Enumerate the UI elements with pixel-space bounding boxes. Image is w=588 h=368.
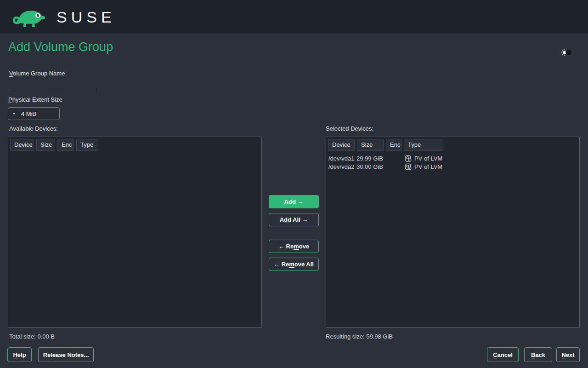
column-header-device[interactable]: Device: [328, 139, 355, 151]
chevron-down-icon: ▾: [13, 111, 15, 116]
topbar: SUSE: [0, 0, 588, 34]
column-header-enc[interactable]: Enc: [57, 139, 74, 151]
cell-size: 30.00 GiB: [356, 163, 384, 170]
total-size-text: Total size: 0.00 B: [9, 333, 55, 340]
cancel-button[interactable]: Cancel: [487, 347, 519, 362]
column-header-size[interactable]: Size: [36, 139, 55, 151]
help-button[interactable]: Help: [7, 347, 32, 362]
table-row[interactable]: /dev/vda129.99 GiB PV of LVM: [326, 154, 579, 162]
cell-type: PV of LVM: [405, 163, 579, 170]
available-devices-label: Available Devices:: [9, 125, 58, 132]
remove-all-button[interactable]: ← Remove All: [269, 258, 319, 271]
cell-device: /dev/vda2: [328, 163, 356, 170]
available-table-body: [8, 153, 261, 154]
theme-toggle-button[interactable]: [560, 48, 573, 58]
volume-group-name-label: Volume Group Name: [9, 70, 65, 77]
add-button[interactable]: Add →: [269, 195, 319, 208]
cell-type: PV of LVM: [405, 155, 579, 162]
table-row[interactable]: /dev/vda230.00 GiB PV of LVM: [326, 162, 579, 171]
cell-size: 29.99 GiB: [356, 155, 384, 162]
volume-group-name-input[interactable]: [8, 78, 96, 90]
release-notes-button[interactable]: Release Notes...: [38, 347, 94, 362]
column-header-enc[interactable]: Enc: [386, 139, 401, 151]
pv-lvm-icon: [405, 155, 412, 162]
suse-logo: SUSE: [12, 5, 116, 29]
selected-table-body: /dev/vda129.99 GiB PV of LVM/dev/vda230.…: [326, 153, 579, 171]
suse-chameleon-icon: [12, 5, 49, 29]
cell-device: /dev/vda1: [328, 155, 356, 162]
available-table-header: DeviceSizeEncType: [8, 137, 261, 153]
column-header-size[interactable]: Size: [357, 139, 384, 151]
screen: SUSE Add Volume Group Volume Group Name …: [0, 0, 588, 368]
physical-extent-size-select[interactable]: ▾ 4 MiB: [8, 107, 60, 120]
selected-devices-table[interactable]: DeviceSizeEncType /dev/vda129.99 GiB PV …: [326, 137, 580, 328]
remove-button[interactable]: ← Remove: [269, 240, 319, 253]
available-devices-table[interactable]: DeviceSizeEncType: [8, 137, 262, 328]
brand-wordmark: SUSE: [57, 9, 116, 25]
column-header-device[interactable]: Device: [10, 139, 34, 151]
physical-extent-size-value: 4 MiB: [21, 110, 36, 117]
column-header-type[interactable]: Type: [404, 139, 442, 151]
back-button[interactable]: Back: [524, 347, 552, 362]
physical-extent-size-label: Physical Extent Size: [8, 96, 62, 103]
main-content: Add Volume Group Volume Group Name Physi…: [0, 34, 588, 368]
page-title: Add Volume Group: [8, 40, 113, 54]
pv-lvm-icon: [405, 163, 412, 170]
selected-devices-label: Selected Devices:: [326, 125, 373, 132]
next-button[interactable]: Next: [556, 347, 580, 362]
column-header-type[interactable]: Type: [76, 139, 97, 151]
sun-moon-icon: [560, 48, 573, 57]
resulting-size-text: Resulting size: 59.98 GiB: [326, 333, 393, 340]
selected-table-header: DeviceSizeEncType: [326, 137, 579, 153]
add-all-button[interactable]: Add All →: [269, 213, 319, 226]
